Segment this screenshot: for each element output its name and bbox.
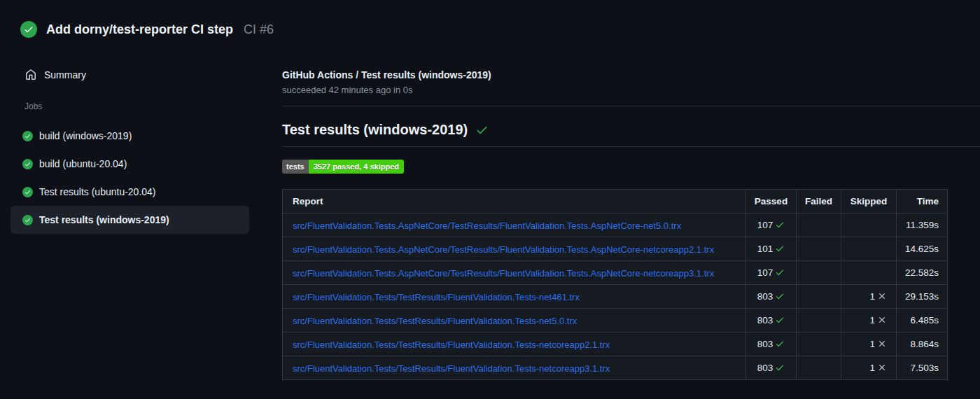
run-title: Add dorny/test-reporter CI step [46, 22, 233, 37]
passed-check-icon [775, 220, 785, 230]
run-header: Add dorny/test-reporter CI step CI #6 [20, 21, 274, 38]
job-label: build (ubuntu-20.04) [39, 158, 127, 169]
time-value: 11.359s [897, 214, 948, 237]
column-header-passed: Passed [746, 190, 797, 214]
passed-check-icon [775, 339, 785, 349]
report-heading: Test results (windows-2019) [282, 122, 980, 138]
passed-count: 803 [757, 315, 774, 326]
skipped-count: 1 [869, 315, 875, 326]
sidebar-job-item[interactable]: build (windows-2019) [10, 122, 249, 150]
divider [282, 106, 980, 106]
table-row: src/FluentValidation.Tests.AspNetCore/Te… [283, 214, 948, 237]
job-success-check-circle-icon [22, 131, 33, 141]
check-run-status: succeeded 42 minutes ago in 0s [282, 85, 980, 95]
passed-check-icon [775, 315, 785, 325]
report-link[interactable]: src/FluentValidation.Tests.AspNetCore/Te… [293, 244, 714, 255]
job-label: Test results (ubuntu-20.04) [39, 186, 156, 197]
table-row: src/FluentValidation.Tests/TestResults/F… [283, 309, 948, 332]
table-row: src/FluentValidation.Tests.AspNetCore/Te… [283, 261, 948, 285]
home-icon [25, 69, 36, 80]
tests-badge: tests 3527 passed, 4 skipped [282, 160, 404, 174]
time-value: 14.625s [897, 237, 948, 261]
skipped-x-icon [877, 339, 887, 349]
column-header-failed: Failed [797, 190, 841, 214]
skipped-x-icon [877, 315, 887, 325]
report-link[interactable]: src/FluentValidation.Tests.AspNetCore/Te… [293, 220, 681, 231]
time-value: 22.582s [897, 261, 948, 285]
check-run-title: GitHub Actions / Test results (windows-2… [282, 69, 980, 81]
table-row: src/FluentValidation.Tests.AspNetCore/Te… [283, 237, 948, 261]
time-value: 29.153s [897, 285, 948, 309]
skipped-count: 1 [869, 339, 875, 349]
job-label: Test results (windows-2019) [39, 214, 169, 225]
table-row: src/FluentValidation.Tests/TestResults/F… [283, 356, 948, 380]
success-check-circle-icon [20, 21, 37, 38]
sidebar-item-summary[interactable]: Summary [0, 65, 273, 85]
success-check-icon [475, 123, 489, 136]
job-label: build (windows-2019) [39, 130, 132, 141]
badge-value: 3527 passed, 4 skipped [309, 160, 404, 174]
report-link[interactable]: src/FluentValidation.Tests/TestResults/F… [293, 316, 577, 326]
passed-count: 803 [757, 363, 774, 373]
skipped-x-icon [877, 291, 887, 301]
passed-check-icon [775, 267, 785, 277]
main-content: GitHub Actions / Test results (windows-2… [282, 67, 980, 380]
time-value: 8.864s [897, 332, 948, 356]
sidebar-job-item[interactable]: Test results (ubuntu-20.04) [10, 178, 249, 206]
passed-check-icon [775, 291, 785, 301]
badge-label: tests [282, 160, 309, 174]
job-success-check-circle-icon [22, 187, 33, 197]
jobs-list: build (windows-2019) build (ubuntu-20.04… [0, 122, 273, 234]
job-success-check-circle-icon [22, 215, 33, 225]
passed-count: 803 [757, 291, 774, 302]
sidebar-job-item[interactable]: Test results (windows-2019) [10, 206, 249, 234]
test-results-table: Report Passed Failed Skipped Time src/Fl… [282, 189, 948, 380]
jobs-section-label: Jobs [0, 102, 273, 111]
sidebar-job-item[interactable]: build (ubuntu-20.04) [10, 150, 249, 178]
summary-label: Summary [44, 69, 86, 80]
time-value: 7.503s [897, 356, 948, 380]
table-row: src/FluentValidation.Tests/TestResults/F… [283, 332, 948, 356]
passed-count: 107 [757, 220, 774, 230]
skipped-count: 1 [869, 291, 875, 302]
passed-check-icon [775, 244, 785, 253]
column-header-skipped: Skipped [841, 190, 897, 214]
table-header-row: Report Passed Failed Skipped Time [283, 190, 948, 214]
passed-count: 803 [757, 339, 774, 349]
column-header-report: Report [283, 190, 746, 214]
time-value: 6.485s [897, 309, 948, 332]
report-link[interactable]: src/FluentValidation.Tests/TestResults/F… [293, 292, 580, 302]
passed-count: 107 [757, 267, 774, 278]
report-link[interactable]: src/FluentValidation.Tests.AspNetCore/Te… [293, 268, 714, 279]
passed-check-icon [775, 363, 785, 372]
sidebar: Summary Jobs build (windows-2019) [0, 65, 273, 234]
skipped-x-icon [877, 363, 887, 372]
table-row: src/FluentValidation.Tests/TestResults/F… [283, 285, 948, 309]
skipped-count: 1 [869, 363, 875, 373]
job-success-check-circle-icon [22, 159, 33, 169]
report-link[interactable]: src/FluentValidation.Tests/TestResults/F… [293, 363, 610, 374]
passed-count: 101 [757, 244, 774, 254]
report-heading-text: Test results (windows-2019) [282, 122, 468, 138]
report-link[interactable]: src/FluentValidation.Tests/TestResults/F… [293, 340, 610, 350]
column-header-time: Time [897, 190, 948, 214]
divider [282, 146, 980, 147]
run-number: CI #6 [244, 22, 274, 37]
